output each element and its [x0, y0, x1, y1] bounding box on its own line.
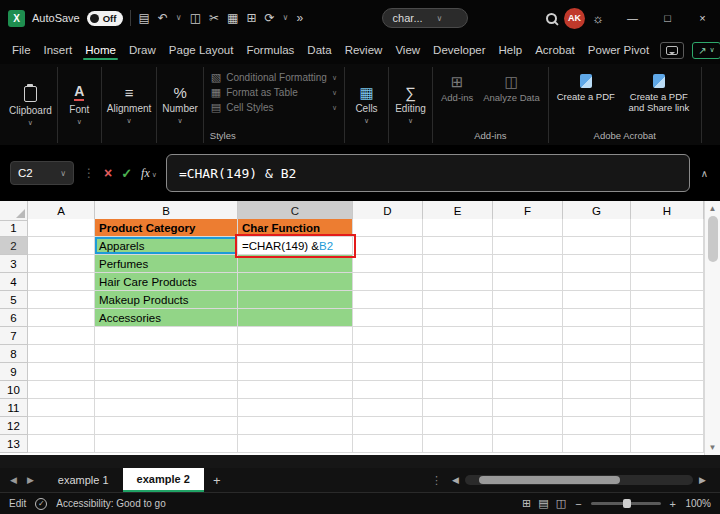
page-layout-view-icon[interactable]: ▤: [538, 497, 548, 510]
cell-D1[interactable]: [353, 219, 423, 237]
prev-sheet-icon[interactable]: ◀: [10, 475, 17, 485]
cell-D2[interactable]: [353, 237, 423, 255]
cell-F2[interactable]: [493, 237, 563, 255]
cell-C6[interactable]: [238, 309, 353, 327]
cell-B3[interactable]: Perfumes: [95, 255, 238, 273]
cell-G13[interactable]: [563, 435, 631, 453]
cell-C7[interactable]: [238, 327, 353, 345]
menu-tab-page-layout[interactable]: Page Layout: [167, 39, 236, 61]
minimize-button[interactable]: —: [615, 0, 650, 36]
cell-A9[interactable]: [28, 363, 95, 381]
column-header-D[interactable]: D: [353, 201, 423, 221]
cell-E1[interactable]: [423, 219, 493, 237]
cell-D12[interactable]: [353, 417, 423, 435]
cell-C8[interactable]: [238, 345, 353, 363]
ribbon-button-conditional-formatting[interactable]: ▧Conditional Formatting∨: [210, 70, 338, 85]
save-icon[interactable]: ▤: [138, 12, 149, 24]
cell-H3[interactable]: [631, 255, 704, 273]
zoom-slider[interactable]: [591, 502, 661, 505]
ribbon-button-add-ins[interactable]: ⊞Add-ins: [437, 69, 477, 128]
ribbon-button-create-a-pdf-and-share-link[interactable]: Create a PDF and Share link: [621, 69, 697, 128]
cell-H1[interactable]: [631, 219, 704, 237]
cell-E5[interactable]: [423, 291, 493, 309]
cell-E10[interactable]: [423, 381, 493, 399]
ribbon-group-font[interactable]: AFont∨: [58, 67, 102, 143]
confirm-icon[interactable]: ✓: [121, 166, 132, 181]
row-header-8[interactable]: 8: [0, 345, 28, 363]
cell-D5[interactable]: [353, 291, 423, 309]
horizontal-scroll-track[interactable]: [465, 475, 693, 485]
cell-C11[interactable]: [238, 399, 353, 417]
cell-G5[interactable]: [563, 291, 631, 309]
caret-down[interactable]: ∨: [283, 14, 289, 22]
row-header-13[interactable]: 13: [0, 435, 28, 453]
menu-tab-help[interactable]: Help: [497, 39, 525, 61]
insert-cells-icon[interactable]: ⊞: [246, 12, 256, 24]
share-button[interactable]: ↗ ∨: [692, 42, 720, 59]
horizontal-scroll-thumb[interactable]: [479, 476, 620, 484]
cell-C1[interactable]: Char Function: [238, 219, 353, 237]
maximize-button[interactable]: □: [650, 0, 685, 36]
cell-D8[interactable]: [353, 345, 423, 363]
cell-E8[interactable]: [423, 345, 493, 363]
cut-icon[interactable]: ✂: [209, 12, 219, 24]
cell-H9[interactable]: [631, 363, 704, 381]
cell-F13[interactable]: [493, 435, 563, 453]
cell-A3[interactable]: [28, 255, 95, 273]
cell-E2[interactable]: [423, 237, 493, 255]
cell-C10[interactable]: [238, 381, 353, 399]
scroll-right-icon[interactable]: ▶: [699, 475, 706, 485]
scroll-down-icon[interactable]: ▼: [709, 440, 717, 455]
search-icon[interactable]: [546, 13, 557, 24]
cell-A11[interactable]: [28, 399, 95, 417]
cell-C3[interactable]: [238, 255, 353, 273]
cell-C13[interactable]: [238, 435, 353, 453]
cell-F6[interactable]: [493, 309, 563, 327]
menu-tab-power-pivot[interactable]: Power Pivot: [586, 39, 651, 61]
row-header-4[interactable]: 4: [0, 273, 28, 291]
cell-F3[interactable]: [493, 255, 563, 273]
cell-B6[interactable]: Accessories: [95, 309, 238, 327]
menu-tab-insert[interactable]: Insert: [42, 39, 75, 61]
cell-H6[interactable]: [631, 309, 704, 327]
menu-tab-file[interactable]: File: [10, 39, 33, 61]
cell-H8[interactable]: [631, 345, 704, 363]
menu-tab-data[interactable]: Data: [305, 39, 333, 61]
cell-A13[interactable]: [28, 435, 95, 453]
formula-input[interactable]: =CHAR(149) & B2: [166, 154, 690, 192]
cancel-icon[interactable]: ×: [104, 165, 112, 181]
cell-F7[interactable]: [493, 327, 563, 345]
cell-C9[interactable]: [238, 363, 353, 381]
cell-B2[interactable]: Apparels: [95, 237, 238, 255]
cell-H10[interactable]: [631, 381, 704, 399]
lightbulb-icon[interactable]: ☼: [592, 11, 604, 26]
row-header-1[interactable]: 1: [0, 219, 28, 237]
cell-B4[interactable]: Hair Care Products: [95, 273, 238, 291]
cell-F12[interactable]: [493, 417, 563, 435]
row-header-12[interactable]: 12: [0, 417, 28, 435]
zoom-out-button[interactable]: −: [575, 498, 581, 510]
cell-F9[interactable]: [493, 363, 563, 381]
ribbon-button-cell-styles[interactable]: ▤Cell Styles∨: [210, 100, 338, 115]
ribbon-group-number[interactable]: %Number∨: [157, 67, 204, 143]
cell-G8[interactable]: [563, 345, 631, 363]
cell-H7[interactable]: [631, 327, 704, 345]
sheet-tab-example-1[interactable]: example 1: [44, 468, 123, 492]
normal-view-icon[interactable]: ⊞: [522, 497, 531, 510]
cell-G3[interactable]: [563, 255, 631, 273]
cell-A8[interactable]: [28, 345, 95, 363]
row-header-3[interactable]: 3: [0, 255, 28, 273]
row-header-11[interactable]: 11: [0, 399, 28, 417]
cell-H12[interactable]: [631, 417, 704, 435]
name-box[interactable]: C2 ∨: [10, 161, 74, 185]
menu-tab-formulas[interactable]: Formulas: [244, 39, 296, 61]
autosave-toggle[interactable]: Off: [87, 11, 124, 26]
row-header-7[interactable]: 7: [0, 327, 28, 345]
cell-E6[interactable]: [423, 309, 493, 327]
cell-F5[interactable]: [493, 291, 563, 309]
menu-tab-review[interactable]: Review: [343, 39, 385, 61]
horizontal-scrollbar[interactable]: ◀ ▶: [452, 468, 720, 492]
cell-H2[interactable]: [631, 237, 704, 255]
cell-A2[interactable]: [28, 237, 95, 255]
cell-E3[interactable]: [423, 255, 493, 273]
